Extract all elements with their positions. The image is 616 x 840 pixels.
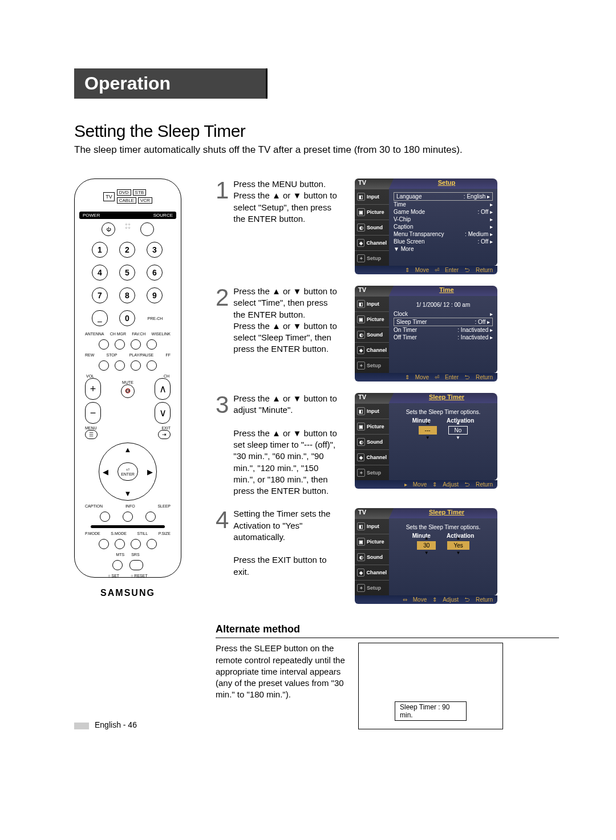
osd-nav-channel[interactable]: ◈Channel [355,235,389,250]
osd-enter: Enter [445,267,459,273]
remote-info-label: INFO [125,504,135,508]
remote-power-button[interactable]: ⏻ [102,222,115,236]
osd-nav-setup[interactable]: ✦Setup [355,250,389,266]
osd-line-more[interactable]: ▼ More [394,245,493,253]
osd-line-time[interactable]: Time▸ [394,201,493,208]
osd-nav-input[interactable]: ◧Input [355,189,389,204]
remote-menu-button[interactable]: ☰ [85,430,98,439]
remote-caption-button[interactable] [100,512,110,522]
dpad-right[interactable]: ▶ [147,468,153,476]
remote-num-2[interactable]: 2 [119,242,135,258]
remote-play-label: PLAY/PAUSE [129,353,154,357]
osd-line-caption[interactable]: Caption▸ [394,223,493,230]
osd-offtimer[interactable]: Off Timer: Inactivated ▸ [394,334,493,341]
dpad-down[interactable]: ▼ [124,489,132,498]
osd-setup-title: Setup [438,179,456,186]
osd-nav-picture[interactable]: ▣Picture [355,419,389,434]
remote-still-button[interactable] [131,539,141,549]
dpad-left[interactable]: ◀ [103,468,108,476]
osd-nav-sound[interactable]: ◐Sound [355,220,389,235]
remote-num-8[interactable]: 8 [119,287,135,303]
remote-num-6[interactable]: 6 [147,265,163,281]
osd-line-transparency[interactable]: Menu Transparency: Medium ▸ [394,230,493,238]
osd-line-vchip[interactable]: V-Chip▸ [394,216,493,223]
step-2: 2 Press the ▲ or ▼ button to select "Tim… [216,286,559,382]
remote-ch-up[interactable]: ∧ [155,378,171,400]
remote-num-1[interactable]: 1 [92,242,108,258]
remote-sleep-button[interactable] [145,512,156,522]
remote-antenna-button[interactable] [99,339,109,350]
remote-num-5[interactable]: 5 [119,265,135,281]
osd-adjust: Adjust [443,596,459,603]
dpad-up[interactable]: ▲ [124,445,132,454]
remote-vol-up[interactable]: + [85,378,101,400]
osd-activation-value[interactable]: No [448,426,468,435]
remote-num-3[interactable]: 3 [147,242,163,258]
remote-prech-label: PRE-CH [147,316,164,320]
osd-adjust: Adjust [443,481,459,488]
remote-enter-button[interactable]: ⏎ENTER [117,462,138,481]
osd-move: Move [415,374,429,380]
remote-source-button[interactable] [140,222,154,236]
remote-num-4[interactable]: 4 [92,265,108,281]
remote-info-button[interactable] [123,512,133,522]
osd-nav-picture[interactable]: ▣Picture [355,311,389,327]
osd-time-title: Time [439,286,453,293]
remote-pmode-button[interactable] [99,539,109,549]
osd-clock[interactable]: Clock▸ [394,310,493,318]
osd-nav-picture[interactable]: ▣Picture [355,534,389,549]
remote-num-7[interactable]: 7 [92,287,108,303]
alternate-text: Press the SLEEP button on the remote con… [216,643,347,729]
osd-nav-input[interactable]: ◧Input [355,403,389,419]
remote-chmgr-button[interactable] [115,339,125,350]
osd-enter: Enter [445,374,459,380]
osd-nav-picture[interactable]: ▣Picture [355,204,389,220]
remote-ch-down[interactable]: ∨ [155,402,171,424]
remote-favch-button[interactable] [131,339,141,350]
remote-dpad[interactable]: ▲ ▼ ◀ ▶ ⏎ENTER [99,443,157,501]
remote-mts-button[interactable] [112,560,123,570]
remote-dash-button[interactable]: – [92,310,108,326]
osd-activation-value-2[interactable]: Yes [447,541,469,550]
osd-nav-sound[interactable]: ◐Sound [355,549,389,565]
step-1-text: Press the MENU button.Press the ▲ or ▼ b… [233,178,341,225]
osd-line-bluescreen[interactable]: Blue Screen: Off ▸ [394,238,493,245]
osd-nav-input[interactable]: ◧Input [355,296,389,311]
osd-ontimer[interactable]: On Timer: Inactivated ▸ [394,326,493,334]
osd-nav-sound[interactable]: ◐Sound [355,327,389,342]
remote-srs-button[interactable] [129,560,143,570]
remote-vol-down[interactable]: − [85,402,101,424]
step-4-text: Setting the Timer sets the Activation to… [233,508,341,578]
remote-num-0[interactable]: 0 [119,310,135,326]
osd-nav-sound[interactable]: ◐Sound [355,434,389,449]
osd-nav-input[interactable]: ◧Input [355,518,389,534]
osd-sleeptimer[interactable]: Sleep Timer: Off ▸ [394,318,493,326]
remote-stop-button[interactable] [115,360,125,371]
remote-smode-button[interactable] [115,539,125,549]
osd-line-language[interactable]: Language: English ▸ [394,192,493,201]
osd-minute-value-2[interactable]: 30 [417,541,436,550]
remote-play-button[interactable] [131,360,141,371]
step-4-number: 4 [216,508,229,532]
remote-divider [91,525,165,528]
remote-mute-button[interactable]: 🔇 [121,384,135,398]
remote-num-9[interactable]: 9 [147,287,163,303]
osd-nav-setup[interactable]: ✦Setup [355,465,389,480]
osd-setup: TV Setup ◧Input ▣Picture ◐Sound ◈Channel… [355,178,497,274]
remote-rew-button[interactable] [99,360,109,371]
osd-nav-setup[interactable]: ✦Setup [355,580,389,595]
step-1: 1 Press the MENU button.Press the ▲ or ▼… [216,178,559,274]
osd-nav-channel[interactable]: ◈Channel [355,565,389,580]
osd-line-gamemode[interactable]: Game Mode: Off ▸ [394,208,493,216]
remote-wiselink-button[interactable] [147,339,157,350]
remote-psize-button[interactable] [147,539,157,549]
remote-exit-button[interactable]: ⇥ [158,430,171,439]
osd-minute-value[interactable]: --- [419,426,437,435]
remote-sleep-label: SLEEP [157,504,171,508]
osd-time-date: 1/ 1/2006/ 12 : 00 am [394,302,493,308]
remote-ff-button[interactable] [147,360,157,371]
remote-dvd: DVD [117,189,131,196]
osd-nav-channel[interactable]: ◈Channel [355,342,389,358]
osd-nav-setup[interactable]: ✦Setup [355,358,389,373]
osd-nav-channel[interactable]: ◈Channel [355,449,389,465]
